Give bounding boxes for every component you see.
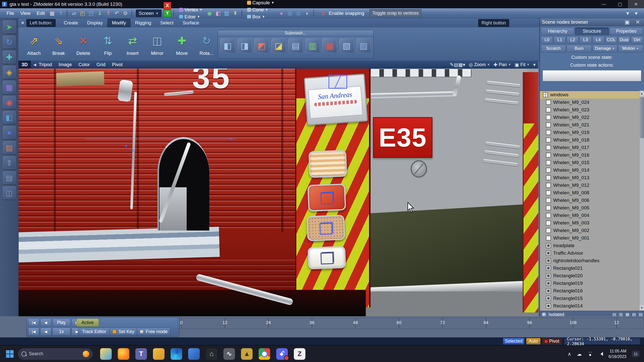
viewport-menu-grid[interactable]: Grid <box>96 62 105 67</box>
tree-node-rectangle015[interactable]: Rectangle015 <box>540 295 644 302</box>
checkbox-icon[interactable] <box>546 107 551 112</box>
submesh-copy-icon[interactable]: ▤ <box>288 38 303 53</box>
axis-y-button[interactable]: Y <box>164 10 171 17</box>
checkbox-icon[interactable] <box>546 138 551 143</box>
export-up-icon[interactable]: ⇧ <box>3 156 16 169</box>
tree-scrollbar[interactable]: ▲ ▼ <box>639 91 644 310</box>
checkbox-icon[interactable] <box>546 228 551 233</box>
checkbox-icon[interactable] <box>546 213 551 218</box>
submesh-add-icon[interactable]: ▥ <box>305 38 320 53</box>
maximize-button[interactable]: ▢ <box>612 0 628 8</box>
window-node-icon[interactable] <box>543 92 548 97</box>
toggle-grid-icon[interactable]: ▦ <box>48 10 56 17</box>
mesh-node-icon[interactable] <box>546 281 551 286</box>
checkbox-icon[interactable] <box>546 183 551 188</box>
primitive-capsule-dropdown[interactable]: Capsule▼ <box>246 0 276 6</box>
tree-node-rectangle020[interactable]: Rectangle020 <box>540 272 644 280</box>
tab-rigging[interactable]: Rigging <box>131 19 156 27</box>
primitive-cone-dropdown[interactable]: Cone▼ <box>246 6 276 13</box>
checkbox-icon[interactable] <box>546 190 551 195</box>
lod-button-dust[interactable]: Dust <box>618 36 630 44</box>
checkbox-icon[interactable] <box>546 168 551 173</box>
vertex-paint-icon[interactable]: ◉ <box>3 96 16 109</box>
panel-menu-icon[interactable]: ▾ <box>632 10 640 17</box>
tree-node-whelen-m9-018[interactable]: Whelen_M9_018 <box>540 136 644 144</box>
draw-mode-icon[interactable]: ✎ <box>450 62 454 67</box>
tree-node-whelen-m9-013[interactable]: Whelen_M9_013 <box>540 174 644 182</box>
photos-icon[interactable] <box>188 348 200 360</box>
go-start-button[interactable]: |◀ <box>28 328 39 336</box>
grid-toggle-icon[interactable]: ▦ <box>458 62 463 67</box>
uv-grid-icon[interactable]: ▥ <box>223 10 230 17</box>
fit-dropdown[interactable]: ▣ Fit ▼ <box>515 62 530 68</box>
checkbox-icon[interactable] <box>546 175 551 180</box>
tree-node-whelen-m9-024[interactable]: Whelen_M9_024 <box>540 99 644 106</box>
break-button[interactable]: ⇘Break <box>48 29 70 58</box>
material-icon[interactable]: ◧ <box>214 10 222 17</box>
view-label[interactable]: 3D <box>18 61 31 69</box>
tree-node-whelen-m9-016[interactable]: Whelen_M9_016 <box>540 151 644 159</box>
chrome-icon[interactable] <box>259 348 270 360</box>
set-key-button[interactable]: Set Key <box>110 328 137 336</box>
tree-node-traffic-advisor[interactable]: Traffic Advisor <box>540 249 644 257</box>
pan-dropdown[interactable]: ✚ Pan ▼ <box>494 62 511 68</box>
viewport-menu-tripod[interactable]: Tripod <box>39 62 52 67</box>
onedrive-cloud-icon[interactable]: ☁ <box>577 351 582 357</box>
import-icon[interactable]: ⇓ <box>96 10 103 17</box>
scroll-down-icon[interactable]: ▼ <box>639 305 644 310</box>
tree-node-whelen-m9-002[interactable]: Whelen_M9_002 <box>540 227 644 234</box>
checkbox-icon[interactable] <box>546 236 551 241</box>
checkbox-icon[interactable] <box>546 198 551 203</box>
tree-node-whelen-m9-021[interactable]: Whelen_M9_021 <box>540 121 644 129</box>
scroll-up-icon[interactable]: ▲ <box>639 91 644 96</box>
scrollbar-thumb[interactable] <box>640 97 644 138</box>
material-sphere-icon[interactable]: ● <box>3 126 16 139</box>
play-button[interactable]: Play <box>52 319 70 327</box>
collapse-arrow-icon[interactable]: ◀ <box>33 63 36 67</box>
status-auto[interactable]: Auto <box>526 338 540 344</box>
viewport-menu-pivot[interactable]: Pivot <box>112 62 123 67</box>
tab-active[interactable]: Active <box>76 319 99 327</box>
weld-icon[interactable]: ◉ <box>206 10 213 17</box>
tree-node-rightrolelrdoorhandles[interactable]: rightrolelrdoorhandles <box>540 257 644 264</box>
checkbox-icon[interactable] <box>546 145 551 150</box>
search-input[interactable]: Search <box>18 348 93 359</box>
mesh-node-icon[interactable] <box>546 273 551 278</box>
viewport-menu-arrow-icon[interactable]: ▾ <box>533 62 536 68</box>
mesh-node-icon[interactable] <box>546 303 551 308</box>
checkbox-icon[interactable] <box>546 130 551 135</box>
open-file-icon[interactable]: ◰ <box>79 10 86 17</box>
tab-select[interactable]: Select <box>156 19 178 27</box>
close-button[interactable]: ✕ <box>628 0 644 8</box>
mesh-node-icon[interactable] <box>546 296 551 301</box>
start-button[interactable] <box>6 350 14 358</box>
tree-node-whelen-m9-004[interactable]: Whelen_M9_004 <box>540 212 644 219</box>
firefox-icon[interactable] <box>118 348 129 360</box>
notification-badge[interactable]: 11 <box>632 351 639 357</box>
timeline-ruler[interactable]: 0122436486072849610812 <box>177 318 644 329</box>
step-back-button[interactable]: ◀ <box>40 319 51 327</box>
3d-viewport-canvas[interactable]: E35 35 San Andreas <box>18 69 538 316</box>
tree-node-whelen-m9-008[interactable]: Whelen_M9_008 <box>540 189 644 197</box>
lod-button-col[interactable]: COL <box>605 36 617 44</box>
insert-button[interactable]: ⇄Insert <box>122 29 144 58</box>
menu-view[interactable]: View <box>17 10 34 17</box>
track-editor-button[interactable]: Track Editor <box>78 328 110 336</box>
lod-button-dirt[interactable]: Dirt <box>631 36 643 44</box>
checkbox-icon[interactable] <box>546 153 551 158</box>
mesh-node-icon[interactable] <box>546 251 551 256</box>
menu-file[interactable]: File <box>4 10 17 17</box>
viewport-menu-image[interactable]: Image <box>59 62 72 67</box>
lod-button-l3[interactable]: L3 <box>579 36 591 44</box>
sphere-icon[interactable]: ● <box>278 10 285 17</box>
submesh-detach-icon[interactable]: ◩ <box>254 38 269 53</box>
undo-icon[interactable]: ↶ <box>113 10 120 17</box>
export-icon[interactable]: ⇑ <box>104 10 112 17</box>
tree-node-whelen-m9-017[interactable]: Whelen_M9_017 <box>540 144 644 151</box>
mode-vertex-dropdown[interactable]: Vertex▼ <box>178 6 204 13</box>
checkbox-icon[interactable] <box>546 100 551 105</box>
attach-button[interactable]: ⇗Attach <box>23 29 45 58</box>
submesh-select-icon[interactable]: ◧ <box>220 38 235 53</box>
tree-node-whelen-m9-019[interactable]: Whelen_M9_019 <box>540 129 644 136</box>
close-panel-icon[interactable]: ✕ <box>634 18 641 26</box>
